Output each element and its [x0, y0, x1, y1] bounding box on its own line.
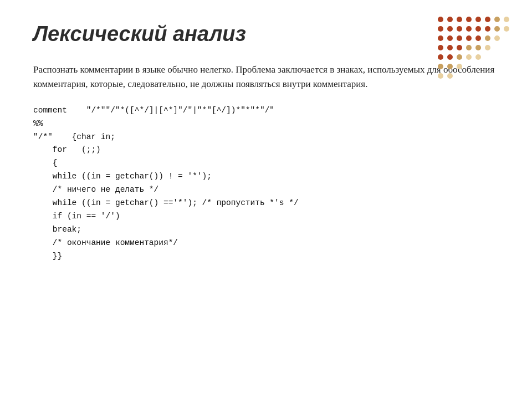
- decoration-dot: [494, 45, 500, 50]
- decoration-dot: [475, 54, 481, 60]
- dots-decoration: [438, 17, 510, 89]
- decoration-dot: [466, 17, 472, 22]
- decoration-dot: [475, 26, 481, 32]
- decoration-dot: [447, 64, 453, 69]
- code-line-12: /* окончание комментария*/: [33, 237, 499, 250]
- code-block: comment "/*""/"*([^*/]|[^*]"/"|"*"[^/])*…: [33, 104, 499, 263]
- decoration-dot: [447, 45, 453, 50]
- code-line-7: while ((in = getchar()) ! = '*');: [33, 170, 499, 183]
- decoration-dot: [475, 45, 481, 50]
- decoration-dot: [457, 83, 462, 88]
- decoration-dot: [438, 64, 443, 69]
- decoration-dot: [438, 17, 443, 22]
- decoration-dot: [485, 83, 490, 88]
- decoration-dot: [504, 17, 509, 22]
- decoration-dot: [504, 45, 509, 50]
- decoration-dot: [447, 54, 453, 60]
- code-line-10: if (in == '/'): [33, 210, 499, 223]
- decoration-dot: [466, 83, 472, 88]
- decoration-dot: [466, 45, 472, 50]
- code-line-11: break;: [33, 223, 499, 237]
- decoration-dot: [466, 35, 472, 41]
- decoration-dot: [485, 26, 490, 32]
- decoration-dot: [504, 73, 509, 79]
- code-line-3: %%: [33, 117, 499, 131]
- decoration-dot: [504, 83, 509, 88]
- decoration-dot: [438, 26, 443, 32]
- decoration-dot: [485, 45, 490, 50]
- decoration-dot: [485, 17, 490, 22]
- decoration-dot: [494, 54, 500, 60]
- decoration-dot: [457, 54, 462, 60]
- intro-paragraph: Распознать комментарии в языке обычно не…: [33, 63, 499, 92]
- code-line-8: /* ничего не делать */: [33, 183, 499, 197]
- decoration-dot: [504, 64, 509, 69]
- code-line-13: }}: [33, 250, 499, 263]
- decoration-dot: [447, 73, 453, 79]
- decoration-dot: [494, 35, 500, 41]
- decoration-dot: [475, 73, 481, 79]
- decoration-dot: [438, 83, 443, 88]
- decoration-dot: [457, 35, 462, 41]
- decoration-dot: [494, 64, 500, 69]
- decoration-dot: [475, 64, 481, 69]
- code-line-1: comment "/*""/"*([^*/]|[^*]"/"|"*"[^/])*…: [33, 104, 499, 117]
- page: Лексический анализ Распознать комментари…: [0, 0, 532, 399]
- decoration-dot: [438, 54, 443, 60]
- decoration-dot: [485, 64, 490, 69]
- decoration-dot: [466, 26, 472, 32]
- decoration-dot: [447, 35, 453, 41]
- decoration-dot: [494, 83, 500, 88]
- decoration-dot: [504, 35, 509, 41]
- code-line-9: while ((in = getchar() =='*'); /* пропус…: [33, 197, 499, 210]
- decoration-dot: [504, 54, 509, 60]
- decoration-dot: [485, 73, 490, 79]
- decoration-dot: [475, 35, 481, 41]
- decoration-dot: [475, 17, 481, 22]
- decoration-dot: [447, 83, 453, 88]
- code-line-5: for (;;): [33, 144, 499, 157]
- decoration-dot: [466, 54, 472, 60]
- decoration-dot: [457, 73, 462, 79]
- decoration-dot: [457, 17, 462, 22]
- decoration-dot: [438, 35, 443, 41]
- decoration-dot: [438, 73, 443, 79]
- code-line-6: {: [33, 157, 499, 170]
- page-title: Лексический анализ: [33, 22, 499, 46]
- decoration-dot: [447, 26, 453, 32]
- decoration-dot: [485, 35, 490, 41]
- decoration-dot: [475, 83, 481, 88]
- decoration-dot: [457, 26, 462, 32]
- dots-grid: [438, 17, 510, 90]
- decoration-dot: [457, 64, 462, 69]
- decoration-dot: [447, 17, 453, 22]
- decoration-dot: [485, 54, 490, 60]
- decoration-dot: [457, 45, 462, 50]
- decoration-dot: [466, 64, 472, 69]
- decoration-dot: [494, 17, 500, 22]
- decoration-dot: [494, 26, 500, 32]
- code-line-4: "/*" {char in;: [33, 131, 499, 144]
- decoration-dot: [494, 73, 500, 79]
- decoration-dot: [504, 26, 509, 32]
- decoration-dot: [438, 45, 443, 50]
- decoration-dot: [466, 73, 472, 79]
